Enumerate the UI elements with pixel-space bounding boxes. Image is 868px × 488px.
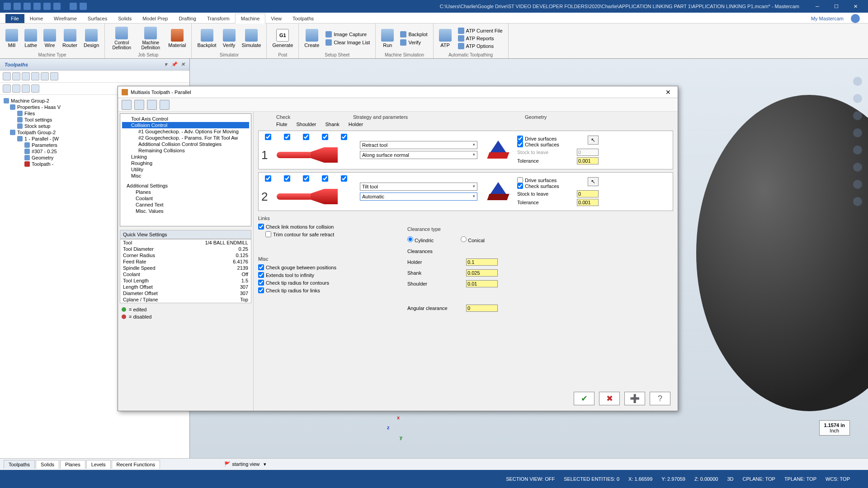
row1-tol-input[interactable] (577, 157, 599, 164)
tp-tb2-1-icon[interactable] (3, 84, 11, 93)
minimize-button[interactable]: ─ (808, 1, 826, 12)
dialog-titlebar[interactable]: Multiaxis Toolpath - Parallel ✕ (118, 86, 678, 98)
router-button[interactable]: Router (61, 28, 79, 49)
misc-chk3[interactable]: Check tip radius for contours (258, 279, 371, 286)
row2-direction-select[interactable]: Automatic (360, 192, 477, 201)
panel-close-icon[interactable]: ✕ (181, 61, 185, 67)
row2-holder[interactable] (341, 175, 347, 182)
cancel-button[interactable]: ✖ (599, 392, 620, 405)
row2-drive-surf[interactable]: Drive surfaces (517, 177, 588, 183)
btab-planes[interactable]: Planes (60, 460, 85, 469)
panel-pin-icon[interactable]: 📌 (171, 61, 177, 67)
tp-tb2-4-icon[interactable] (31, 84, 39, 93)
dtree-coolant[interactable]: Coolant (122, 195, 249, 202)
misc-chk4-box[interactable] (258, 287, 264, 293)
qat-undo-icon[interactable] (70, 3, 77, 10)
tab-transform[interactable]: Transform (202, 14, 235, 23)
misc-chk2[interactable]: Extends tool to infinity (258, 271, 371, 279)
dtree-additional-settings[interactable]: Additional Settings (122, 183, 249, 189)
row1-drive-surf[interactable]: Drive surfaces (517, 136, 588, 141)
row1-shank[interactable] (322, 134, 328, 140)
btab-levels[interactable]: Levels (86, 460, 111, 469)
dlg-tb-load-icon[interactable] (147, 100, 157, 110)
row1-flute[interactable] (284, 134, 290, 140)
row2-flute[interactable] (284, 175, 290, 182)
row1-shoulder[interactable] (303, 134, 309, 140)
row2-pick-button[interactable]: ↖ (588, 177, 599, 186)
panel-dropdown-icon[interactable]: ▾ (165, 61, 167, 67)
generate-button[interactable]: G1Generate (270, 28, 295, 49)
row2-shank[interactable] (322, 175, 328, 182)
status-wcs[interactable]: WCS: TOP (826, 476, 850, 482)
iso-icon[interactable] (853, 197, 862, 206)
atp-button[interactable]: ATP (437, 28, 453, 49)
qat-print-icon[interactable] (33, 3, 41, 10)
row2-shoulder[interactable] (303, 175, 309, 182)
dtree-gouge2[interactable]: #2 Gougecheckop. - Params. For Tilt Tool… (122, 135, 249, 141)
sim-verify-button[interactable]: Verify (398, 39, 429, 46)
row1-check-surf[interactable]: Check surfaces (517, 141, 588, 147)
help-button[interactable]: ? (650, 392, 670, 405)
row1-strategy-select[interactable]: Retract tool (360, 141, 477, 149)
row2-check-surf-chk[interactable] (517, 183, 523, 189)
maximize-button[interactable]: ☐ (827, 1, 845, 12)
qat-copy-icon[interactable] (43, 3, 51, 10)
add-button[interactable]: ➕ (624, 392, 645, 405)
link-chk1[interactable]: Check link motions for collision (258, 223, 371, 230)
dlg-tb-defaults-icon[interactable] (160, 100, 170, 110)
pan-icon[interactable] (853, 128, 862, 137)
zoom-icon[interactable] (853, 77, 862, 86)
dtree-misc[interactable]: Misc (122, 173, 249, 179)
row2-strategy-select[interactable]: Tilt tool (360, 183, 477, 191)
my-mastercam-link[interactable]: My Mastercam (807, 14, 848, 23)
tp-tb-4-icon[interactable] (31, 72, 39, 80)
dtree-tool-axis[interactable]: Tool Axis Control (122, 116, 249, 122)
status-3d[interactable]: 3D (727, 476, 733, 482)
simulate-button[interactable]: Simulate (240, 28, 263, 49)
control-def-button[interactable]: Control Definition (108, 26, 135, 51)
atp-current-button[interactable]: ATP Current File (456, 27, 505, 34)
holder-input[interactable] (466, 258, 498, 266)
dialog-tree[interactable]: Tool Axis Control Collision Control #1 G… (120, 113, 251, 226)
dtree-planes[interactable]: Planes (122, 189, 249, 195)
tab-wireframe[interactable]: Wireframe (48, 14, 82, 23)
tab-model-prep[interactable]: Model Prep (137, 14, 173, 23)
atp-reports-button[interactable]: ATP Reports (456, 35, 505, 42)
view-icon[interactable] (853, 145, 862, 155)
qat-paste-icon[interactable] (53, 3, 61, 10)
row2-check-surf[interactable]: Check surfaces (517, 183, 588, 189)
tab-drafting[interactable]: Drafting (173, 14, 202, 23)
tab-file[interactable]: File (5, 14, 24, 23)
row2-tol-input[interactable] (577, 199, 599, 206)
row1-stl-input[interactable] (577, 149, 599, 156)
tab-machine[interactable]: Machine (235, 14, 266, 23)
dtree-linking[interactable]: Linking (122, 154, 249, 160)
dtree-remaining[interactable]: Remaining Collisions (122, 147, 249, 154)
dtree-collision-control[interactable]: Collision Control (122, 122, 249, 128)
tp-tb-2-icon[interactable] (12, 72, 20, 80)
dtree-misc-values[interactable]: Misc. Values (122, 208, 249, 214)
ok-button[interactable]: ✔ (574, 392, 594, 405)
status-section[interactable]: SECTION VIEW: OFF (506, 476, 555, 482)
dtree-additional-cc[interactable]: Additional Collision Control Strategies (122, 141, 249, 147)
misc-chk1-box[interactable] (258, 264, 264, 270)
row1-holder[interactable] (341, 134, 347, 140)
qat-new-icon[interactable] (4, 3, 11, 10)
material-button[interactable]: Material (166, 28, 188, 49)
run-button[interactable]: Run (379, 28, 396, 49)
cylindric-radio[interactable]: Cylindric (407, 236, 434, 243)
dtree-gouge1[interactable]: #1 Gougecheckop. - Adv. Options For Movi… (122, 128, 249, 135)
create-button[interactable]: Create (302, 28, 321, 49)
image-capture-button[interactable]: Image Capture (324, 31, 372, 38)
dtree-roughing[interactable]: Roughing (122, 160, 249, 166)
row2-enable[interactable] (265, 175, 271, 182)
row1-direction-select[interactable]: Along surface normal (360, 151, 477, 159)
tp-tb2-2-icon[interactable] (12, 84, 20, 93)
wire-icon[interactable] (853, 180, 862, 189)
close-button[interactable]: ✕ (846, 1, 864, 12)
tab-toolpaths[interactable]: Toolpaths (287, 14, 319, 23)
row1-enable[interactable] (265, 134, 271, 140)
verify-button[interactable]: Verify (221, 28, 237, 49)
status-cplane[interactable]: CPLANE: TOP (743, 476, 775, 482)
qat-open-icon[interactable] (24, 3, 31, 10)
